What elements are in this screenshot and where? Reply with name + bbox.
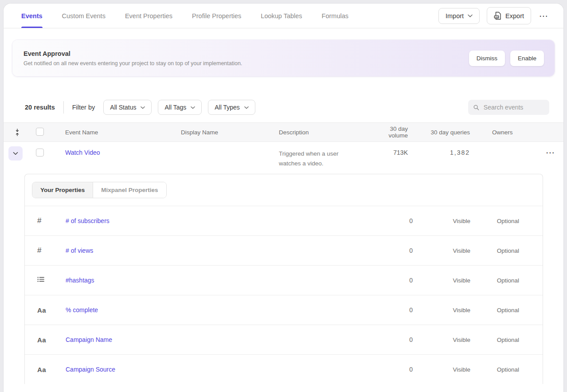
- event-approval-banner: Event Approval Get notified on all new e…: [12, 40, 555, 76]
- divider: [63, 101, 64, 114]
- property-name-link[interactable]: # of subscribers: [66, 217, 360, 224]
- chevron-down-icon: [191, 106, 195, 109]
- property-visibility: Visible: [413, 218, 470, 224]
- banner-text: Event Approval Get notified on all new e…: [23, 50, 242, 67]
- property-row: Aa % complete 0 Visible Optional: [25, 295, 543, 325]
- types-filter-dropdown[interactable]: All Types: [208, 100, 255, 115]
- property-requirement: Optional: [470, 247, 519, 254]
- search-input[interactable]: [484, 104, 544, 111]
- events-table-header: Event Name Display Name Description 30 d…: [4, 122, 563, 142]
- property-visibility: Visible: [413, 366, 470, 373]
- tab-events[interactable]: Events: [21, 4, 43, 28]
- tab-mixpanel-properties[interactable]: Mixpanel Properties: [93, 182, 166, 198]
- tab-profile-properties[interactable]: Profile Properties: [192, 4, 241, 28]
- chevron-down-icon: [13, 152, 18, 155]
- property-visibility: Visible: [413, 277, 470, 284]
- text-type-icon: Aa: [25, 336, 66, 344]
- tab-your-properties[interactable]: Your Properties: [32, 182, 93, 198]
- property-queries: 0: [360, 217, 413, 224]
- import-button[interactable]: Import: [438, 8, 480, 24]
- number-type-icon: #: [25, 216, 66, 225]
- column-header-30-day-queries[interactable]: 30 day queries: [408, 129, 470, 136]
- row-checkbox[interactable]: [36, 149, 44, 157]
- dismiss-button[interactable]: Dismiss: [469, 51, 505, 66]
- event-owners: [470, 142, 540, 149]
- select-all-checkbox[interactable]: [36, 128, 44, 136]
- csv-file-icon: csv: [494, 12, 501, 20]
- property-name-link[interactable]: #hashtags: [66, 277, 360, 284]
- number-type-icon: #: [25, 246, 66, 255]
- tags-filter-dropdown[interactable]: All Tags: [158, 100, 202, 115]
- properties-panel: Your Properties Mixpanel Properties # # …: [24, 174, 543, 384]
- column-header-display-name[interactable]: Display Name: [176, 129, 274, 136]
- banner-description: Get notified on all new events entering …: [23, 60, 242, 67]
- property-queries: 0: [360, 366, 413, 373]
- column-header-description[interactable]: Description: [274, 129, 368, 136]
- property-visibility: Visible: [413, 307, 470, 314]
- topbar-actions: Import csv Export ⋯: [438, 7, 549, 24]
- banner-actions: Dismiss Enable: [469, 51, 544, 66]
- collapse-all-icon[interactable]: [14, 129, 20, 136]
- property-name-link[interactable]: Campaign Name: [66, 336, 360, 343]
- column-header-event-name[interactable]: Event Name: [60, 129, 176, 136]
- chevron-down-icon: [468, 14, 473, 17]
- event-description: Triggered when a user watches a video.: [279, 149, 355, 168]
- chevron-down-icon: [141, 106, 145, 109]
- tags-filter-value: All Tags: [164, 104, 186, 111]
- event-display-name: [176, 142, 274, 149]
- property-row: Aa Campaign Name 0 Visible Optional: [25, 325, 543, 355]
- top-navigation-bar: Events Custom Events Event Properties Pr…: [4, 4, 563, 28]
- svg-text:csv: csv: [495, 16, 498, 18]
- property-requirement: Optional: [470, 337, 519, 343]
- list-type-icon: [25, 276, 66, 285]
- property-row: Aa Campaign Source 0 Visible Optional: [25, 355, 543, 384]
- property-requirement: Optional: [470, 277, 519, 284]
- search-icon: [473, 104, 479, 111]
- nav-tabs: Events Custom Events Event Properties Pr…: [21, 4, 348, 28]
- tab-formulas[interactable]: Formulas: [322, 4, 348, 28]
- properties-segmented-control: Your Properties Mixpanel Properties: [32, 182, 167, 198]
- property-requirement: Optional: [470, 366, 519, 373]
- row-more-options-icon[interactable]: ⋯: [545, 146, 556, 159]
- status-filter-value: All Status: [110, 104, 136, 111]
- tab-custom-events[interactable]: Custom Events: [62, 4, 106, 28]
- export-button[interactable]: csv Export: [487, 7, 531, 24]
- properties-tabbar: Your Properties Mixpanel Properties: [25, 174, 543, 206]
- property-name-link[interactable]: Campaign Source: [66, 366, 360, 373]
- types-filter-value: All Types: [215, 104, 240, 111]
- search-events-box[interactable]: [468, 100, 549, 115]
- property-queries: 0: [360, 336, 413, 343]
- text-type-icon: Aa: [25, 366, 66, 373]
- property-visibility: Visible: [413, 247, 470, 254]
- filter-row: 20 results Filter by All Status All Tags…: [25, 99, 555, 115]
- text-type-icon: Aa: [25, 306, 66, 314]
- event-name-link[interactable]: Watch Video: [60, 142, 176, 156]
- property-row: #hashtags 0 Visible Optional: [25, 266, 543, 295]
- column-header-30-day-volume[interactable]: 30 day volume: [368, 125, 408, 139]
- status-filter-dropdown[interactable]: All Status: [103, 100, 152, 115]
- banner-title: Event Approval: [23, 50, 242, 57]
- collapse-row-button[interactable]: [8, 146, 23, 161]
- event-30-day-queries: 1,382: [408, 142, 470, 156]
- results-count: 20 results: [25, 104, 55, 111]
- event-30-day-volume: 713K: [368, 142, 408, 156]
- import-button-label: Import: [446, 12, 464, 20]
- property-queries: 0: [360, 247, 413, 254]
- table-row: Watch Video Triggered when a user watche…: [4, 142, 563, 168]
- tab-lookup-tables[interactable]: Lookup Tables: [261, 4, 302, 28]
- page-card: Events Custom Events Event Properties Pr…: [4, 4, 563, 392]
- property-row: # # of subscribers 0 Visible Optional: [25, 206, 543, 236]
- filter-by-label: Filter by: [72, 104, 95, 111]
- property-queries: 0: [360, 277, 413, 284]
- chevron-down-icon: [244, 106, 249, 109]
- property-name-link[interactable]: % complete: [66, 306, 360, 314]
- export-button-label: Export: [505, 12, 524, 20]
- property-queries: 0: [360, 306, 413, 314]
- enable-button[interactable]: Enable: [510, 51, 544, 66]
- property-requirement: Optional: [470, 218, 519, 224]
- property-name-link[interactable]: # of views: [66, 247, 360, 254]
- more-options-icon[interactable]: ⋯: [538, 10, 549, 22]
- tab-event-properties[interactable]: Event Properties: [125, 4, 172, 28]
- property-visibility: Visible: [413, 337, 470, 343]
- column-header-owners[interactable]: Owners: [470, 129, 540, 136]
